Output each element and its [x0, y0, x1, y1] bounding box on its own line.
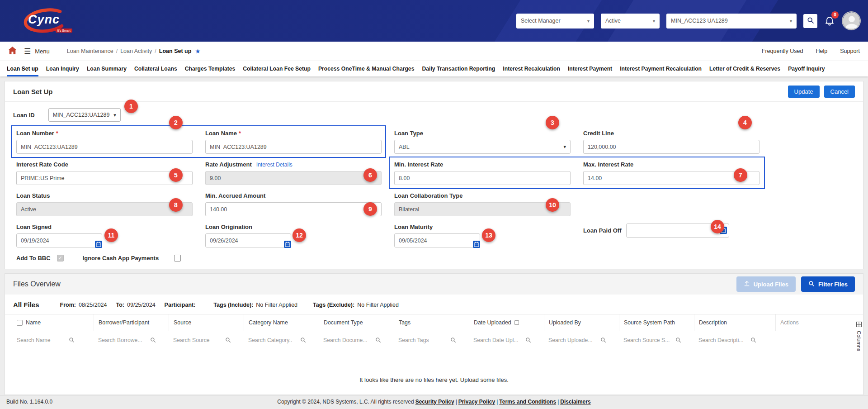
loan-origination-input[interactable]	[205, 233, 291, 247]
min-accrued-amount-field: Min. Accrued Amount	[205, 192, 382, 216]
required-marker: *	[56, 130, 58, 137]
home-button[interactable]	[8, 47, 17, 56]
manager-select[interactable]: Select Manager ▾	[516, 14, 594, 29]
column-header-borrower[interactable]: Borrower/Participant	[94, 314, 169, 331]
column-header-uploaded-by[interactable]: Uploaded By	[544, 314, 619, 331]
notifications-button[interactable]: 0	[824, 15, 835, 27]
calendar-icon[interactable]	[284, 241, 291, 248]
favorite-star-icon[interactable]: ★	[195, 48, 201, 55]
interest-details-link[interactable]: Interest Details	[256, 162, 292, 168]
cancel-button[interactable]: Cancel	[824, 86, 855, 98]
loan-signed-input[interactable]	[16, 233, 102, 247]
breadcrumb-loan-activity[interactable]: Loan Activity	[120, 48, 152, 54]
breadcrumb-loan-maintenance[interactable]: Loan Maintenance	[67, 48, 113, 54]
tab-interest-recalculation[interactable]: Interest Recalculation	[503, 61, 560, 76]
column-header-source-system-path[interactable]: Source System Path	[619, 314, 694, 331]
calendar-icon[interactable]	[473, 241, 480, 248]
tab-collateral-loan-fee-setup[interactable]: Collateral Loan Fee Setup	[243, 61, 311, 76]
search-source-path-input[interactable]	[623, 337, 674, 343]
chevron-down-icon: ▾	[563, 144, 566, 150]
search-cell	[12, 337, 94, 343]
privacy-policy-link[interactable]: Privacy Policy	[458, 399, 495, 405]
status-select[interactable]: Active ▾	[601, 14, 660, 29]
form-row-2: Interest Rate Code Rate Adjustment Inter…	[16, 161, 852, 185]
filter-files-button[interactable]: Filter Files	[801, 276, 855, 292]
tab-loan-set-up[interactable]: Loan Set up	[7, 61, 38, 76]
menu-button[interactable]: ☰ Menu	[24, 47, 50, 56]
loan-name-input[interactable]	[205, 140, 382, 154]
tab-daily-transaction-reporting[interactable]: Daily Transaction Reporting	[422, 61, 495, 76]
columns-toggle[interactable]: Columns	[856, 322, 862, 351]
column-header-date-uploaded[interactable]: Date Uploaded	[469, 314, 544, 331]
annotation-badge-7: 7	[734, 168, 747, 182]
header-search-button[interactable]	[803, 14, 817, 28]
column-header-category-name[interactable]: Category Name	[244, 314, 319, 331]
search-cell	[169, 337, 244, 343]
search-description-input[interactable]	[698, 337, 749, 343]
label-text: Credit Line	[583, 130, 614, 137]
search-document-type-input[interactable]	[323, 337, 374, 343]
cync-logo[interactable]: Cync It's Smart	[17, 6, 73, 35]
participant-label: Participant:	[165, 302, 196, 308]
terms-and-conditions-link[interactable]: Terms and Conditions	[499, 399, 556, 405]
search-source-input[interactable]	[173, 337, 224, 343]
loan-type-select[interactable]: ABL ▾	[394, 140, 571, 154]
interest-rate-code-input[interactable]	[16, 171, 193, 185]
header-text: Description	[699, 319, 727, 326]
table-search-row	[5, 331, 863, 349]
label-text: Loan Maturity	[394, 224, 433, 230]
to-value: 09/25/2024	[127, 302, 156, 308]
search-category-input[interactable]	[248, 337, 299, 343]
tab-interest-payment[interactable]: Interest Payment	[568, 61, 612, 76]
security-policy-link[interactable]: Security Policy	[415, 399, 454, 405]
max-interest-rate-input[interactable]	[583, 171, 760, 185]
column-header-description[interactable]: Description	[694, 314, 775, 331]
loan-id-select[interactable]: MIN_ACC123:UA1289 ▾	[48, 108, 121, 122]
min-interest-rate-input[interactable]	[394, 171, 571, 185]
tab-collateral-loans[interactable]: Collateral Loans	[134, 61, 177, 76]
loan-maturity-input[interactable]	[394, 233, 480, 247]
tab-payoff-inquiry[interactable]: Payoff Inquiry	[788, 61, 825, 76]
tab-interest-payment-recalculation[interactable]: Interest Payment Recalculation	[620, 61, 702, 76]
empty-state: It looks like there are no files here ye…	[5, 349, 863, 395]
tab-loan-inquiry[interactable]: Loan Inquiry	[46, 61, 79, 76]
tab-process-onetime-manual-charges[interactable]: Process OneTime & Manual Charges	[318, 61, 414, 76]
max-interest-rate-field: Max. Interest Rate	[583, 161, 760, 185]
column-header-source[interactable]: Source	[169, 314, 244, 331]
upload-files-button[interactable]: Upload Files	[736, 276, 796, 292]
loan-account-select[interactable]: MIN_ACC123 UA1289 ▾	[666, 14, 797, 29]
column-header-document-type[interactable]: Document Type	[319, 314, 394, 331]
help-link[interactable]: Help	[816, 48, 828, 54]
search-borrower-input[interactable]	[98, 337, 149, 343]
support-link[interactable]: Support	[840, 48, 860, 54]
tab-letter-of-credit-reserves[interactable]: Letter of Credit & Reserves	[709, 61, 780, 76]
loan-number-input[interactable]	[16, 140, 193, 154]
search-uploaded-by-input[interactable]	[548, 337, 599, 343]
tab-loan-summary[interactable]: Loan Summary	[87, 61, 127, 76]
update-button[interactable]: Update	[788, 86, 820, 98]
ignore-cash-app-checkbox[interactable]	[174, 255, 181, 262]
search-tags-input[interactable]	[398, 337, 449, 343]
column-header-tags[interactable]: Tags	[394, 314, 469, 331]
add-to-bbc-checkbox[interactable]: ✓	[57, 255, 64, 262]
search-name-input[interactable]	[17, 337, 67, 343]
sort-icon[interactable]	[514, 320, 519, 325]
label-text: Interest Rate Code	[16, 161, 68, 168]
disclaimers-link[interactable]: Disclaimers	[560, 399, 590, 405]
min-accrued-amount-label: Min. Accrued Amount	[205, 192, 382, 200]
tab-charges-templates[interactable]: Charges Templates	[185, 61, 236, 76]
annotation-badge-2: 2	[169, 116, 183, 129]
tags-include-value: No Filter Applied	[256, 302, 297, 308]
brand-name: Cync	[28, 13, 60, 27]
loan-form: Loan Number * Loan Name * Loan Type	[5, 124, 863, 269]
user-avatar[interactable]	[842, 11, 861, 30]
frequently-used-link[interactable]: Frequently Used	[762, 48, 803, 54]
calendar-icon[interactable]	[95, 241, 102, 248]
search-date-uploaded-input[interactable]	[473, 337, 524, 343]
select-all-checkbox[interactable]	[17, 320, 23, 326]
form-row-4: Loan Signed Loan Origination	[16, 224, 852, 247]
column-header-name[interactable]: Name	[12, 314, 94, 331]
files-overview-header: Files Overview Upload Files Filter Files	[5, 274, 863, 295]
min-accrued-amount-input[interactable]	[205, 202, 382, 216]
credit-line-input[interactable]	[583, 140, 760, 154]
